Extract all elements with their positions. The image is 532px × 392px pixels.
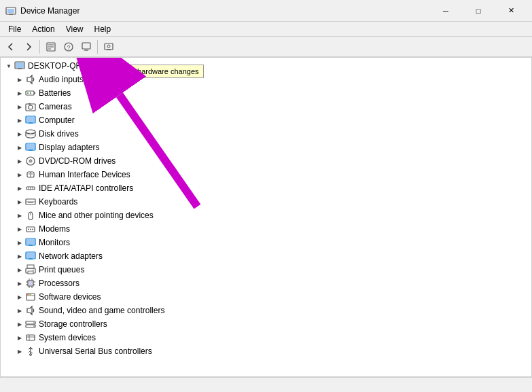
svg-rect-27	[29, 103, 31, 105]
network-expand[interactable]: ▶	[14, 251, 25, 262]
toolbar-divider-2	[97, 40, 98, 54]
sound-expand[interactable]: ▶	[14, 305, 25, 316]
svg-rect-21	[34, 92, 35, 94]
tree-item-monitors[interactable]: ▶ Monitors	[1, 236, 531, 249]
monitors-expand[interactable]: ▶	[14, 237, 25, 248]
network-label: Network adapters	[39, 251, 103, 261]
print-expand[interactable]: ▶	[14, 264, 25, 275]
tree-item-audio[interactable]: ▶ Audio inputs and outputs	[1, 73, 531, 86]
tree-item-hid[interactable]: ▶ Human Interface Devices	[1, 168, 531, 181]
tree-item-network[interactable]: ▶ Network adapters	[1, 249, 531, 263]
network-icon	[25, 251, 36, 262]
tree-item-mice[interactable]: ▶ Mice and other pointing devices	[1, 209, 531, 222]
mice-expand[interactable]: ▶	[14, 210, 25, 221]
software-expand[interactable]: ▶	[14, 291, 25, 302]
properties-button[interactable]	[43, 39, 59, 55]
audio-expand[interactable]: ▶	[14, 74, 25, 85]
audio-icon	[25, 74, 36, 85]
processors-icon	[25, 278, 36, 289]
update-driver-button[interactable]	[78, 39, 94, 55]
svg-rect-37	[26, 144, 35, 149]
ide-icon	[25, 183, 36, 194]
disk-expand[interactable]: ▶	[14, 128, 25, 139]
dvd-label: DVD/CD-ROM drives	[39, 156, 116, 166]
svg-point-72	[33, 270, 34, 271]
hid-expand[interactable]: ▶	[14, 169, 25, 180]
tree-item-disk[interactable]: ▶ Disk drives	[1, 127, 531, 141]
processors-label: Processors	[39, 279, 79, 288]
scan-hardware-button[interactable]	[101, 39, 117, 55]
cameras-icon	[25, 101, 36, 112]
cameras-label: Cameras	[39, 102, 72, 111]
tree-item-modems[interactable]: ▶ Modems	[1, 222, 531, 236]
keyboards-icon	[25, 196, 36, 207]
title-bar: Device Manager ─ □ ✕	[0, 0, 532, 22]
system-expand[interactable]: ▶	[14, 332, 25, 343]
svg-marker-19	[27, 75, 32, 84]
computer-expand[interactable]: ▶	[14, 115, 25, 126]
print-icon	[25, 264, 36, 275]
svg-point-86	[29, 294, 29, 295]
main-content[interactable]: Scan for hardware changes ▼ DESKTOP-QRG3…	[0, 57, 532, 377]
cameras-expand[interactable]: ▶	[14, 101, 25, 112]
tree-item-keyboards[interactable]: ▶ Keyboards	[1, 195, 531, 209]
storage-expand[interactable]: ▶	[14, 319, 25, 329]
svg-rect-29	[26, 117, 35, 122]
svg-marker-88	[27, 306, 32, 315]
modems-expand[interactable]: ▶	[14, 224, 25, 234]
forward-button[interactable]	[20, 39, 37, 55]
keyboards-expand[interactable]: ▶	[14, 196, 25, 207]
tree-item-batteries[interactable]: ▶ Batteries	[1, 86, 531, 100]
svg-rect-64	[26, 239, 35, 245]
svg-rect-69	[27, 265, 34, 268]
window-title: Device Manager	[20, 6, 430, 16]
tree-item-system[interactable]: ▶ System devices	[1, 331, 531, 344]
mice-label: Mice and other pointing devices	[39, 211, 154, 220]
toolbar-divider-1	[39, 40, 40, 54]
batteries-expand[interactable]: ▶	[14, 88, 25, 99]
tree-item-processors[interactable]: ▶ Processors	[1, 277, 531, 290]
svg-point-12	[107, 45, 110, 48]
display-expand[interactable]: ▶	[14, 142, 25, 153]
ide-expand[interactable]: ▶	[14, 183, 25, 194]
maximize-button[interactable]: □	[463, 1, 494, 21]
minimize-button[interactable]: ─	[430, 1, 461, 21]
menu-help[interactable]: Help	[89, 23, 117, 35]
tree-item-storage[interactable]: ▶ Storage controllers	[1, 317, 531, 331]
back-button[interactable]	[3, 39, 19, 55]
tree-item-print[interactable]: ▶ Print queues	[1, 263, 531, 277]
tree-item-ide[interactable]: ▶ IDE ATA/ATAPI controllers	[1, 181, 531, 195]
help-button[interactable]: ?	[60, 39, 77, 55]
close-button[interactable]: ✕	[495, 1, 527, 21]
menu-view[interactable]: View	[60, 23, 89, 35]
dvd-expand[interactable]: ▶	[14, 156, 25, 166]
tree-item-cameras[interactable]: ▶ Cameras	[1, 100, 531, 113]
svg-point-85	[27, 294, 28, 295]
tree-root[interactable]: ▼ DESKTOP-QRG3PDN	[1, 59, 531, 73]
usb-label: Universal Serial Bus controllers	[39, 346, 152, 356]
processors-expand[interactable]: ▶	[14, 278, 25, 289]
tree-item-dvd[interactable]: ▶ DVD/CD-ROM drives	[1, 154, 531, 168]
display-label: Display adapters	[39, 143, 99, 152]
menu-action[interactable]: Action	[26, 23, 60, 35]
root-expand-arrow[interactable]: ▼	[3, 60, 14, 71]
modems-icon	[25, 224, 36, 234]
tree-item-sound[interactable]: ▶ Sound, video and game controllers	[1, 304, 531, 317]
keyboards-label: Keyboards	[39, 197, 77, 207]
tree-item-display[interactable]: ▶ Display adapters	[1, 141, 531, 154]
tree-item-software[interactable]: ▶ Software devices	[1, 290, 531, 304]
svg-rect-74	[29, 281, 33, 285]
batteries-icon	[25, 88, 36, 99]
computer-label: Computer	[39, 115, 75, 125]
menu-file[interactable]: File	[3, 23, 26, 35]
tree-item-computer[interactable]: ▶ Computer	[1, 113, 531, 127]
svg-rect-93	[26, 335, 35, 340]
svg-point-92	[33, 325, 35, 327]
usb-expand[interactable]: ▶	[14, 346, 25, 357]
display-icon	[25, 142, 36, 153]
mice-icon	[25, 210, 36, 221]
tree-item-usb[interactable]: ▶ Universal Serial Bus controllers	[1, 344, 531, 358]
svg-point-60	[28, 229, 29, 230]
system-icon	[25, 332, 36, 343]
root-label: DESKTOP-QRG3PDN	[28, 61, 109, 71]
